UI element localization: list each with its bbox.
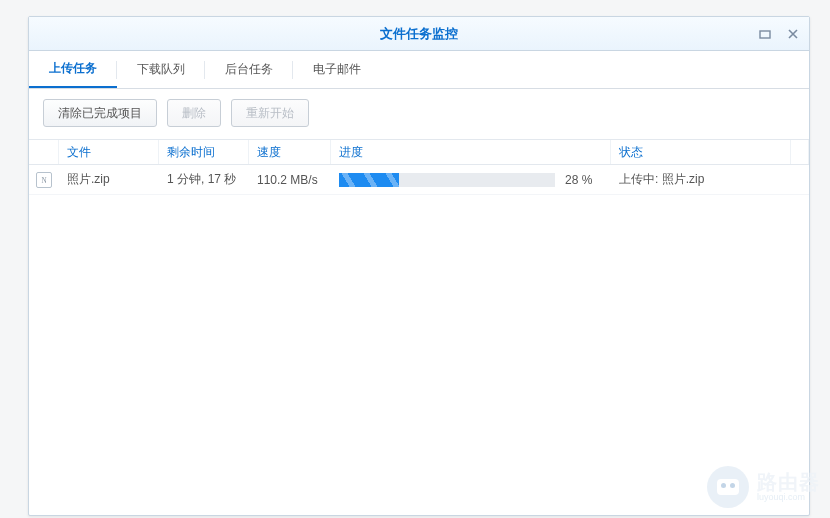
progress-fill	[339, 173, 399, 187]
maximize-icon[interactable]	[755, 24, 775, 44]
cell-progress: 28 %	[331, 173, 611, 187]
progress-bar	[339, 173, 555, 187]
task-table: 文件 剩余时间 速度 进度 状态 照片.zip 1 分钟, 17 秒 110.2…	[29, 139, 809, 195]
table-header: 文件 剩余时间 速度 进度 状态	[29, 139, 809, 165]
document-icon	[36, 172, 52, 188]
tab-background[interactable]: 后台任务	[205, 51, 293, 88]
col-status[interactable]: 状态	[611, 140, 791, 164]
cell-remaining: 1 分钟, 17 秒	[159, 171, 249, 188]
table-row[interactable]: 照片.zip 1 分钟, 17 秒 110.2 MB/s 28 % 上传中: 照…	[29, 165, 809, 195]
cell-file: 照片.zip	[59, 171, 159, 188]
progress-text: 28 %	[565, 173, 592, 187]
tab-label: 上传任务	[49, 60, 97, 77]
restart-button[interactable]: 重新开始	[231, 99, 309, 127]
svg-rect-0	[760, 31, 770, 38]
tab-download-queue[interactable]: 下载队列	[117, 51, 205, 88]
tabs: 上传任务 下载队列 后台任务 电子邮件	[29, 51, 809, 89]
file-task-monitor-window: 文件任务监控 上传任务 下载队列 后台任务 电子邮件 清除已完成项目 删除 重新…	[28, 16, 810, 516]
window-title: 文件任务监控	[380, 25, 458, 43]
col-icon[interactable]	[29, 140, 59, 164]
col-speed[interactable]: 速度	[249, 140, 331, 164]
tab-label: 电子邮件	[313, 61, 361, 78]
titlebar: 文件任务监控	[29, 17, 809, 51]
cell-speed: 110.2 MB/s	[249, 173, 331, 187]
toolbar: 清除已完成项目 删除 重新开始	[29, 89, 809, 139]
tab-label: 后台任务	[225, 61, 273, 78]
tab-upload[interactable]: 上传任务	[29, 51, 117, 88]
delete-button[interactable]: 删除	[167, 99, 221, 127]
window-controls	[755, 17, 803, 51]
col-remaining[interactable]: 剩余时间	[159, 140, 249, 164]
col-file[interactable]: 文件	[59, 140, 159, 164]
col-progress[interactable]: 进度	[331, 140, 611, 164]
col-end	[791, 140, 809, 164]
file-type-icon	[29, 172, 59, 188]
clear-completed-button[interactable]: 清除已完成项目	[43, 99, 157, 127]
cell-status: 上传中: 照片.zip	[611, 171, 791, 188]
tab-email[interactable]: 电子邮件	[293, 51, 381, 88]
tab-label: 下载队列	[137, 61, 185, 78]
close-icon[interactable]	[783, 24, 803, 44]
